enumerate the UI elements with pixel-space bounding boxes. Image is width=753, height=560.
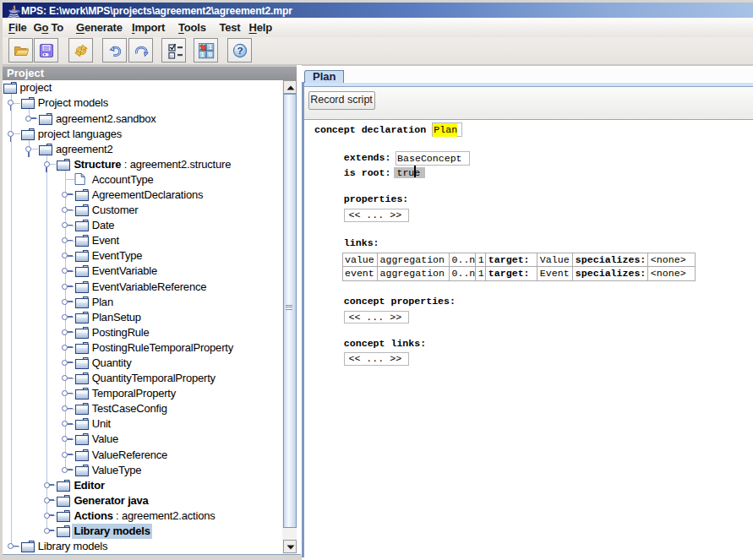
svg-text:0: 0 bbox=[208, 51, 211, 58]
svg-text:?: ? bbox=[237, 46, 243, 56]
svg-text:1: 1 bbox=[200, 51, 204, 58]
svg-text:1: 1 bbox=[208, 43, 211, 51]
